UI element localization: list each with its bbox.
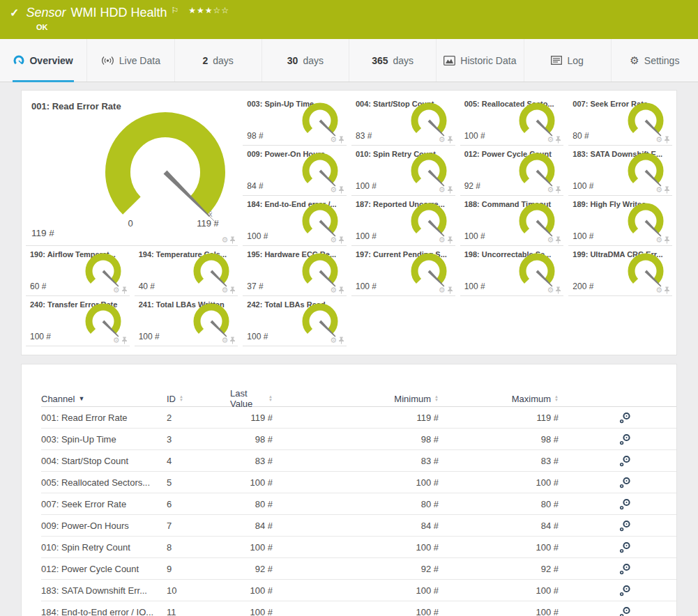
tab-historic-data[interactable]: Historic Data [436,39,523,82]
gauge-settings-icon[interactable]: ⚙ [330,186,337,194]
chart-icon [443,56,455,66]
gauge-value: 100 # [572,181,593,191]
gauge-settings-icon[interactable]: ⚙ [547,236,554,244]
tab-settings[interactable]: ⚙ Settings [611,39,698,82]
table-row: 183: SATA Downshift Err...10100 #100 #10… [41,580,676,601]
gauge-settings-icon[interactable]: ⚙ [439,136,446,144]
gauge-settings-icon[interactable]: ⚙ [330,136,337,144]
pin-icon[interactable] [555,186,561,194]
star-rating[interactable]: ★★★☆☆ [188,6,229,15]
pin-icon[interactable] [555,286,561,294]
tab-2-days[interactable]: 2 days [174,39,261,82]
column-header-channel[interactable]: Channel ▼ [41,394,165,404]
column-header-minimum[interactable]: Minimum ▲▼ [273,394,439,404]
gauge-value: 100 # [247,332,268,341]
gauge-settings-icon[interactable]: ⚙ [221,286,228,294]
pin-icon[interactable] [555,236,561,244]
gauge-value: 40 # [139,282,155,291]
cell-channel[interactable]: 009: Power-On Hours [41,521,165,531]
gauge-settings-icon[interactable]: ⚙ [655,236,662,244]
gauge-settings-icon[interactable]: ⚙ [655,136,662,144]
sensor-header: ✓ Sensor WMI HDD Health ⚐ ★★★☆☆ OK [0,0,698,39]
gauge-settings-icon[interactable]: ⚙ [221,236,228,244]
pin-icon[interactable] [229,236,236,244]
pin-icon[interactable] [121,337,128,344]
gauge-value: 200 # [572,282,593,291]
cell-channel[interactable]: 005: Reallocated Sectors... [41,477,165,488]
gauge-value: 119 # [31,228,54,238]
gauge-settings-icon[interactable]: ⚙ [547,186,554,194]
pin-icon[interactable] [447,236,453,244]
gauge-settings-icon[interactable]: ⚙ [221,337,228,344]
column-header-maximum[interactable]: Maximum ▲▼ [439,394,559,404]
channel-settings-icon[interactable] [619,520,630,532]
gauge-settings-icon[interactable]: ⚙ [113,337,120,344]
gauge-settings-icon[interactable]: ⚙ [330,286,337,294]
pin-icon[interactable] [664,236,670,244]
gauge-settings-icon[interactable]: ⚙ [439,236,446,244]
channel-settings-icon[interactable] [619,433,630,445]
gauge-tile: 194: Temperature Cels...40 #⚙ [135,246,238,296]
cell-channel[interactable]: 010: Spin Retry Count [41,542,165,553]
pin-icon[interactable] [338,286,344,294]
channel-settings-icon[interactable] [619,412,630,424]
cell-channel[interactable]: 012: Power Cycle Count [41,564,165,574]
table-row: 012: Power Cycle Count992 #92 #92 # [41,558,676,580]
cell-channel[interactable]: 001: Read Error Rate [41,413,165,423]
channel-settings-icon[interactable] [619,606,630,616]
tab-label: Overview [29,55,73,66]
channel-settings-icon[interactable] [619,563,630,575]
gauge-settings-icon[interactable]: ⚙ [655,286,662,294]
gauge-value: 100 # [464,131,485,141]
channel-settings-icon[interactable] [619,585,630,596]
column-header-id[interactable]: ID ▲▼ [165,394,230,404]
cell-last-value: 100 # [230,477,273,488]
pin-icon[interactable] [229,337,236,344]
gauge-settings-icon[interactable]: ⚙ [330,337,337,344]
pin-icon[interactable] [447,136,453,144]
pin-icon[interactable] [664,286,670,294]
gauge-tile: 009: Power-On Hours84 #⚙ [243,146,347,196]
pin-icon[interactable] [338,236,344,244]
cell-id: 4 [165,456,230,466]
gauge-settings-icon[interactable]: ⚙ [439,286,446,294]
gauge-scale-max: 119 # [187,218,229,229]
channel-settings-icon[interactable] [619,498,630,510]
pin-icon[interactable] [664,186,670,194]
cell-last-value: 100 # [230,585,273,596]
tab-log[interactable]: Log [524,39,611,82]
gauge-tile: 198: Uncorrectable Se...100 #⚙ [460,246,564,296]
pin-icon[interactable] [447,286,453,294]
cell-minimum: 100 # [273,585,439,596]
pin-icon[interactable] [338,136,344,144]
gauge-value: 100 # [356,181,377,191]
cell-channel[interactable]: 004: Start/Stop Count [41,456,165,466]
gauge-settings-icon[interactable]: ⚙ [439,186,446,194]
pin-icon[interactable] [664,136,670,144]
gauge-settings-icon[interactable]: ⚙ [113,286,120,294]
pin-icon[interactable] [121,286,128,294]
table-row: 001: Read Error Rate2119 #119 #119 # [41,407,676,429]
tab-365-days[interactable]: 365 days [349,39,436,82]
column-header-last-value[interactable]: Last Value ▲▼ [230,388,273,409]
channel-settings-icon[interactable] [619,477,630,488]
tab-live-data[interactable]: Live Data [86,39,174,82]
tab-overview[interactable]: Overview [0,39,86,82]
pin-icon[interactable] [229,286,236,294]
pin-icon[interactable] [338,186,344,194]
gauge-settings-icon[interactable]: ⚙ [547,286,554,294]
cell-channel[interactable]: 183: SATA Downshift Err... [41,585,165,596]
cell-channel[interactable]: 003: Spin-Up Time [41,434,165,445]
gauge-settings-icon[interactable]: ⚙ [330,236,337,244]
pin-icon[interactable] [555,136,561,144]
gauge-settings-icon[interactable]: ⚙ [655,186,662,194]
pin-icon[interactable] [338,337,344,344]
cell-channel[interactable]: 184: End-to-End error / IO... [41,607,165,616]
pin-icon[interactable] [447,186,453,194]
tab-30-days[interactable]: 30 days [261,39,349,82]
flag-icon[interactable]: ⚐ [171,6,179,15]
channel-settings-icon[interactable] [619,541,630,553]
cell-channel[interactable]: 007: Seek Error Rate [41,499,165,509]
channel-settings-icon[interactable] [619,455,630,467]
gauge-settings-icon[interactable]: ⚙ [547,136,554,144]
